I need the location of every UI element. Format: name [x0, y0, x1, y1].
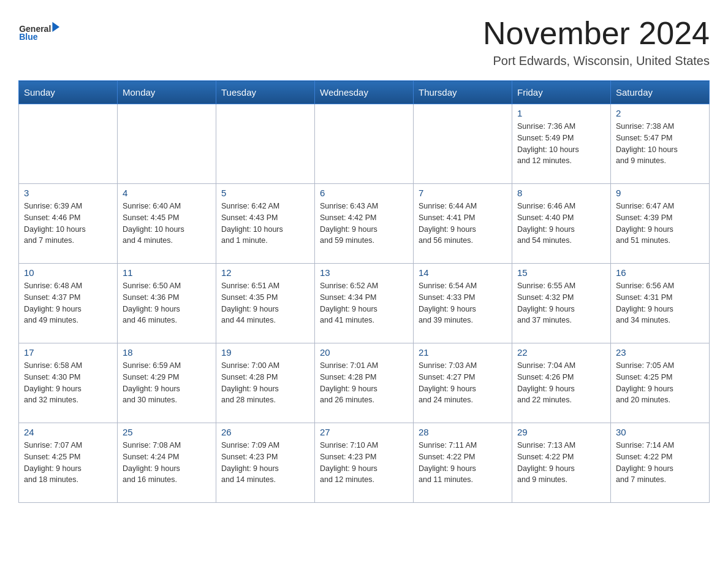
page-header: General Blue November 2024 Port Edwards,…	[18, 15, 710, 68]
day-number: 29	[517, 427, 605, 437]
day-number: 15	[517, 267, 605, 278]
table-row: 4Sunrise: 6:40 AMSunset: 4:45 PMDaylight…	[118, 184, 216, 264]
day-info: Sunrise: 7:38 AMSunset: 5:47 PMDaylight:…	[616, 121, 704, 167]
table-row	[19, 104, 118, 184]
day-info: Sunrise: 7:00 AMSunset: 4:28 PMDaylight:…	[221, 360, 309, 406]
day-info: Sunrise: 7:10 AMSunset: 4:23 PMDaylight:…	[320, 440, 408, 486]
day-info: Sunrise: 7:14 AMSunset: 4:22 PMDaylight:…	[616, 440, 704, 486]
day-info: Sunrise: 7:08 AMSunset: 4:24 PMDaylight:…	[123, 440, 211, 486]
day-number: 14	[419, 267, 507, 278]
table-row: 14Sunrise: 6:54 AMSunset: 4:33 PMDayligh…	[414, 264, 512, 343]
table-row: 25Sunrise: 7:08 AMSunset: 4:24 PMDayligh…	[118, 423, 216, 503]
day-number: 27	[320, 427, 408, 437]
table-row: 30Sunrise: 7:14 AMSunset: 4:22 PMDayligh…	[611, 423, 710, 503]
day-info: Sunrise: 7:04 AMSunset: 4:26 PMDaylight:…	[517, 360, 605, 406]
table-row: 24Sunrise: 7:07 AMSunset: 4:25 PMDayligh…	[19, 423, 118, 503]
day-number: 19	[221, 347, 309, 358]
day-number: 28	[419, 427, 507, 437]
table-row: 2Sunrise: 7:38 AMSunset: 5:47 PMDaylight…	[611, 104, 710, 184]
table-row: 10Sunrise: 6:48 AMSunset: 4:37 PMDayligh…	[19, 264, 118, 343]
title-area: November 2024 Port Edwards, Wisconsin, U…	[483, 15, 710, 68]
day-info: Sunrise: 7:11 AMSunset: 4:22 PMDaylight:…	[419, 440, 507, 486]
day-info: Sunrise: 7:13 AMSunset: 4:22 PMDaylight:…	[517, 440, 605, 486]
day-info: Sunrise: 7:07 AMSunset: 4:25 PMDaylight:…	[24, 440, 112, 486]
calendar-week-row: 10Sunrise: 6:48 AMSunset: 4:37 PMDayligh…	[19, 264, 710, 343]
table-row: 9Sunrise: 6:47 AMSunset: 4:39 PMDaylight…	[611, 184, 710, 264]
calendar-week-row: 1Sunrise: 7:36 AMSunset: 5:49 PMDaylight…	[19, 104, 710, 184]
day-info: Sunrise: 6:48 AMSunset: 4:37 PMDaylight:…	[24, 280, 112, 326]
table-row: 27Sunrise: 7:10 AMSunset: 4:23 PMDayligh…	[315, 423, 414, 503]
table-row: 22Sunrise: 7:04 AMSunset: 4:26 PMDayligh…	[512, 343, 611, 423]
col-monday: Monday	[118, 81, 216, 104]
day-number: 12	[221, 267, 309, 278]
table-row: 29Sunrise: 7:13 AMSunset: 4:22 PMDayligh…	[512, 423, 611, 503]
day-info: Sunrise: 7:09 AMSunset: 4:23 PMDaylight:…	[221, 440, 309, 486]
day-info: Sunrise: 7:05 AMSunset: 4:25 PMDaylight:…	[616, 360, 704, 406]
day-number: 13	[320, 267, 408, 278]
day-number: 4	[123, 188, 211, 198]
col-tuesday: Tuesday	[216, 81, 315, 104]
table-row: 16Sunrise: 6:56 AMSunset: 4:31 PMDayligh…	[611, 264, 710, 343]
day-info: Sunrise: 6:42 AMSunset: 4:43 PMDaylight:…	[221, 201, 309, 247]
day-info: Sunrise: 6:50 AMSunset: 4:36 PMDaylight:…	[123, 280, 211, 326]
day-number: 22	[517, 347, 605, 358]
table-row: 12Sunrise: 6:51 AMSunset: 4:35 PMDayligh…	[216, 264, 315, 343]
day-number: 18	[123, 347, 211, 358]
day-info: Sunrise: 6:43 AMSunset: 4:42 PMDaylight:…	[320, 201, 408, 247]
day-info: Sunrise: 6:54 AMSunset: 4:33 PMDaylight:…	[419, 280, 507, 326]
svg-marker-1	[52, 22, 59, 32]
logo: General Blue	[18, 15, 61, 48]
col-saturday: Saturday	[611, 81, 710, 104]
table-row: 7Sunrise: 6:44 AMSunset: 4:41 PMDaylight…	[414, 184, 512, 264]
day-number: 23	[616, 347, 704, 358]
day-number: 26	[221, 427, 309, 437]
day-number: 25	[123, 427, 211, 437]
table-row: 19Sunrise: 7:00 AMSunset: 4:28 PMDayligh…	[216, 343, 315, 423]
table-row	[118, 104, 216, 184]
calendar-title: November 2024	[483, 15, 710, 52]
day-info: Sunrise: 7:36 AMSunset: 5:49 PMDaylight:…	[517, 121, 605, 167]
day-number: 17	[24, 347, 112, 358]
table-row: 3Sunrise: 6:39 AMSunset: 4:46 PMDaylight…	[19, 184, 118, 264]
day-info: Sunrise: 6:44 AMSunset: 4:41 PMDaylight:…	[419, 201, 507, 247]
col-friday: Friday	[512, 81, 611, 104]
day-info: Sunrise: 6:56 AMSunset: 4:31 PMDaylight:…	[616, 280, 704, 326]
calendar-week-row: 24Sunrise: 7:07 AMSunset: 4:25 PMDayligh…	[19, 423, 710, 503]
day-number: 21	[419, 347, 507, 358]
day-number: 6	[320, 188, 408, 198]
day-number: 2	[616, 108, 704, 118]
day-number: 5	[221, 188, 309, 198]
table-row: 28Sunrise: 7:11 AMSunset: 4:22 PMDayligh…	[414, 423, 512, 503]
day-info: Sunrise: 7:01 AMSunset: 4:28 PMDaylight:…	[320, 360, 408, 406]
day-info: Sunrise: 6:52 AMSunset: 4:34 PMDaylight:…	[320, 280, 408, 326]
table-row: 18Sunrise: 6:59 AMSunset: 4:29 PMDayligh…	[118, 343, 216, 423]
table-row: 11Sunrise: 6:50 AMSunset: 4:36 PMDayligh…	[118, 264, 216, 343]
day-info: Sunrise: 6:51 AMSunset: 4:35 PMDaylight:…	[221, 280, 309, 326]
day-number: 9	[616, 188, 704, 198]
calendar-table: Sunday Monday Tuesday Wednesday Thursday…	[18, 80, 710, 503]
table-row: 8Sunrise: 6:46 AMSunset: 4:40 PMDaylight…	[512, 184, 611, 264]
table-row: 17Sunrise: 6:58 AMSunset: 4:30 PMDayligh…	[19, 343, 118, 423]
calendar-week-row: 17Sunrise: 6:58 AMSunset: 4:30 PMDayligh…	[19, 343, 710, 423]
day-number: 24	[24, 427, 112, 437]
table-row: 13Sunrise: 6:52 AMSunset: 4:34 PMDayligh…	[315, 264, 414, 343]
calendar-week-row: 3Sunrise: 6:39 AMSunset: 4:46 PMDaylight…	[19, 184, 710, 264]
table-row: 1Sunrise: 7:36 AMSunset: 5:49 PMDaylight…	[512, 104, 611, 184]
day-number: 10	[24, 267, 112, 278]
table-row: 23Sunrise: 7:05 AMSunset: 4:25 PMDayligh…	[611, 343, 710, 423]
day-number: 20	[320, 347, 408, 358]
day-number: 16	[616, 267, 704, 278]
day-info: Sunrise: 6:58 AMSunset: 4:30 PMDaylight:…	[24, 360, 112, 406]
table-row	[216, 104, 315, 184]
day-info: Sunrise: 6:39 AMSunset: 4:46 PMDaylight:…	[24, 201, 112, 247]
day-number: 3	[24, 188, 112, 198]
table-row: 26Sunrise: 7:09 AMSunset: 4:23 PMDayligh…	[216, 423, 315, 503]
table-row: 20Sunrise: 7:01 AMSunset: 4:28 PMDayligh…	[315, 343, 414, 423]
table-row: 15Sunrise: 6:55 AMSunset: 4:32 PMDayligh…	[512, 264, 611, 343]
day-number: 7	[419, 188, 507, 198]
table-row: 21Sunrise: 7:03 AMSunset: 4:27 PMDayligh…	[414, 343, 512, 423]
day-info: Sunrise: 6:59 AMSunset: 4:29 PMDaylight:…	[123, 360, 211, 406]
col-wednesday: Wednesday	[315, 81, 414, 104]
svg-text:Blue: Blue	[19, 32, 38, 42]
col-sunday: Sunday	[19, 81, 118, 104]
